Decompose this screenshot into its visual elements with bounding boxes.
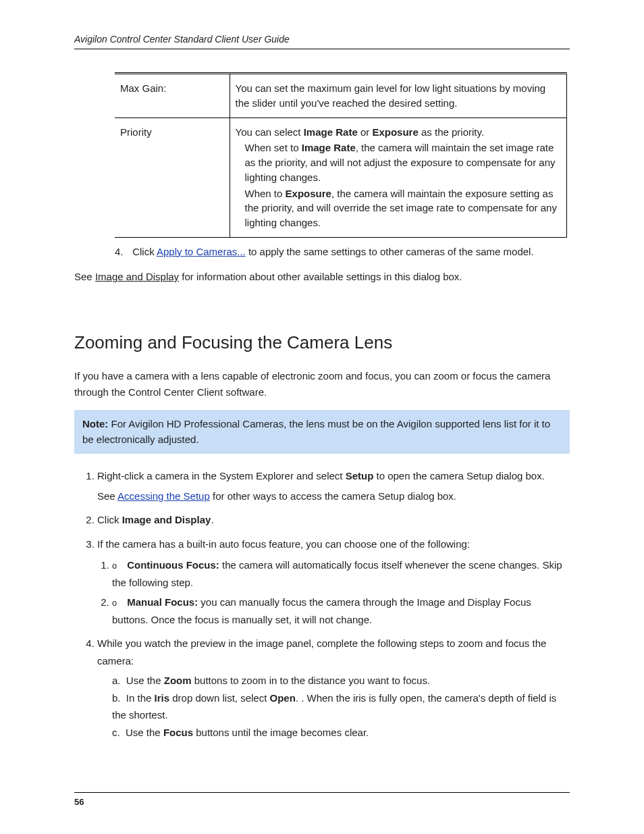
text: to open the camera Setup xyxy=(377,470,493,481)
text: Click xyxy=(132,246,155,257)
text: In the xyxy=(126,692,152,704)
step-number: 4. xyxy=(115,244,130,260)
sub-list: Continuous Focus: the camera will automa… xyxy=(97,556,570,628)
text: buttons to zoom in to the distance you w… xyxy=(194,675,430,686)
text: as the priority. xyxy=(421,126,484,138)
cell-label: Priority xyxy=(115,118,230,237)
text: Use the xyxy=(126,727,161,738)
link-apply-to-cameras[interactable]: Apply to Cameras... xyxy=(157,246,246,257)
note-box: Note: For Avigilon HD Professional Camer… xyxy=(74,410,570,454)
inner-line: See Accessing the Setup for other ways t… xyxy=(97,488,570,505)
option-bold: Image Rate xyxy=(302,142,356,153)
text: or xyxy=(360,126,369,138)
bold: Manual Focus: xyxy=(127,596,198,608)
list-item: Manual Focus: you can manually focus the… xyxy=(112,594,570,628)
text: drop down list, select xyxy=(172,692,267,704)
settings-table: Max Gain: You can set the maximum gain l… xyxy=(115,72,570,238)
text: When to xyxy=(245,188,283,199)
lettered-steps: a. Use the Zoom buttons to zoom in to th… xyxy=(97,672,570,741)
note-label: Note: xyxy=(82,418,108,429)
text: for information about other available se… xyxy=(182,271,462,282)
option-bold: Image Rate xyxy=(304,126,358,138)
bold: Iris xyxy=(155,692,170,704)
text: If the camera has a built-in auto focus … xyxy=(97,538,470,550)
bold: Setup xyxy=(346,470,374,481)
procedure-list: Right-click a camera in the System Explo… xyxy=(97,467,570,741)
footer: 56 xyxy=(74,792,570,807)
list-item: Click Image and Display. xyxy=(97,511,570,529)
sub-step: b. In the Iris drop down list, select Op… xyxy=(112,689,570,724)
text: buttons until the image becomes clear. xyxy=(196,727,369,738)
text: dialog box. xyxy=(495,470,545,481)
sub-line: When set to Image Rate, the camera will … xyxy=(236,140,559,184)
option-bold: Exposure xyxy=(372,126,418,138)
list-item: If the camera has a built-in auto focus … xyxy=(97,536,570,629)
cell-desc: You can select Image Rate or Exposure as… xyxy=(230,118,567,237)
bold: Zoom xyxy=(164,675,192,686)
header-rule xyxy=(74,49,570,49)
reference-underline: Image and Display xyxy=(95,271,179,282)
table-row: Priority You can select Image Rate or Ex… xyxy=(115,118,567,237)
list-item: Continuous Focus: the camera will automa… xyxy=(112,556,570,591)
bold: Image and Display xyxy=(122,514,211,525)
link-accessing-setup[interactable]: Accessing the Setup xyxy=(117,490,210,502)
sub-step: a. Use the Zoom buttons to zoom in to th… xyxy=(112,672,570,689)
running-header: Avigilon Control Center Standard Client … xyxy=(74,34,570,45)
letter: a. xyxy=(112,675,121,686)
list-item: Right-click a camera in the System Explo… xyxy=(97,467,570,504)
text: When set to xyxy=(245,142,299,153)
sub-line: When to Exposure, the camera will mainta… xyxy=(236,186,559,230)
see-also: See Image and Display for information ab… xyxy=(74,269,570,285)
text: to apply the same settings to other came… xyxy=(248,246,534,257)
note-text: For Avigilon HD Professional Cameras, th… xyxy=(82,418,550,445)
page-number: 56 xyxy=(74,797,570,807)
cell-label: Max Gain: xyxy=(115,74,230,118)
intro-paragraph: If you have a camera with a lens capable… xyxy=(74,368,570,400)
text: You can select xyxy=(236,126,301,138)
text: for other ways to access the camera Setu… xyxy=(213,490,404,502)
list-item: While you watch the preview in the image… xyxy=(97,635,570,741)
bold: Continuous Focus: xyxy=(127,559,219,571)
step-4: 4. Click Apply to Cameras... to apply th… xyxy=(115,244,570,260)
letter: c. xyxy=(112,727,120,738)
text: Click xyxy=(97,514,119,525)
bold: Focus xyxy=(163,727,193,738)
section-heading: Zooming and Focusing the Camera Lens xyxy=(74,332,570,353)
text: Use the xyxy=(126,675,161,686)
option-bold: Exposure xyxy=(286,188,331,199)
table-row: Max Gain: You can set the maximum gain l… xyxy=(115,74,567,118)
text: While you watch the preview in the image… xyxy=(97,637,546,667)
text: Right-click a camera in the System Explo… xyxy=(97,470,342,481)
text: See xyxy=(74,271,92,282)
bold: Open xyxy=(270,692,296,704)
text: See xyxy=(97,490,115,502)
text: dialog box. xyxy=(407,490,456,502)
sub-step: c. Use the Focus buttons until the image… xyxy=(112,724,570,741)
footer-rule xyxy=(74,792,570,793)
cell-desc: You can set the maximum gain level for l… xyxy=(230,74,567,118)
letter: b. xyxy=(112,692,121,704)
